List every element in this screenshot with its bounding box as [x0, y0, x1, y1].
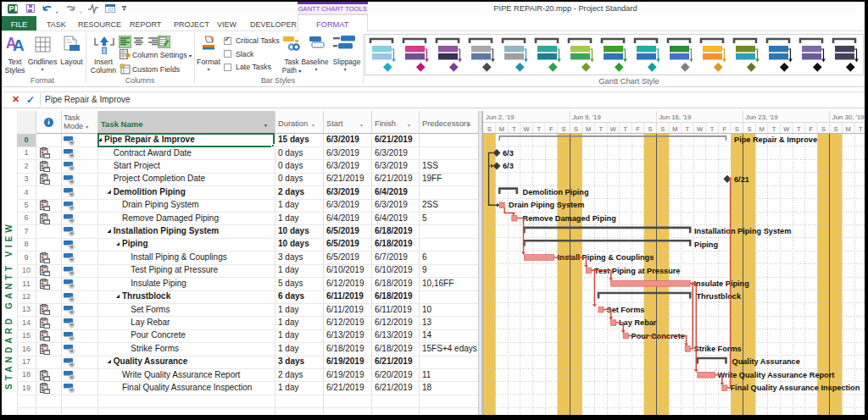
svg-text:M: M: [672, 125, 677, 133]
svg-text:Remove Damaged Piping: Remove Damaged Piping: [523, 214, 616, 223]
svg-text:Piping: Piping: [694, 240, 718, 249]
svg-text:T: T: [624, 125, 628, 133]
svg-text:T: T: [710, 125, 715, 133]
svg-text:Installation Piping System: Installation Piping System: [694, 227, 791, 235]
svg-text:S: S: [574, 125, 578, 133]
svg-text:W: W: [610, 125, 617, 133]
svg-text:T: T: [598, 125, 603, 133]
svg-text:T: T: [686, 125, 690, 133]
svg-text:Demolition Piping: Demolition Piping: [523, 188, 589, 196]
svg-text:M: M: [586, 125, 591, 133]
svg-text:W: W: [783, 125, 790, 133]
svg-text:M: M: [759, 125, 764, 133]
svg-text:6/3: 6/3: [503, 162, 514, 170]
svg-text:W: W: [524, 125, 531, 133]
svg-text:6/3: 6/3: [503, 149, 514, 158]
svg-text:T: T: [537, 125, 541, 133]
svg-text:Set Forms: Set Forms: [607, 306, 645, 314]
svg-text:S: S: [561, 125, 565, 133]
svg-text:M: M: [846, 125, 851, 133]
svg-text:Insulate Piping: Insulate Piping: [694, 279, 749, 288]
svg-text:S: S: [648, 125, 653, 133]
svg-text:S: S: [735, 125, 739, 133]
svg-text:Drain Piping System: Drain Piping System: [509, 201, 584, 209]
svg-text:M: M: [499, 125, 504, 133]
svg-text:Jun 30, '19: Jun 30, '19: [832, 113, 865, 121]
svg-text:F: F: [722, 125, 726, 133]
svg-text:6/21: 6/21: [734, 175, 749, 184]
svg-text:Strike Forms: Strike Forms: [694, 345, 742, 353]
svg-text:Pipe Repair & Improve: Pipe Repair & Improve: [734, 135, 817, 144]
svg-text:S: S: [747, 125, 751, 133]
svg-text:Lay Rebar: Lay Rebar: [619, 318, 657, 327]
svg-text:F: F: [549, 125, 554, 133]
svg-text:S: S: [660, 125, 665, 133]
svg-text:T: T: [797, 125, 801, 133]
svg-text:Write Quality Assurance Report: Write Quality Assurance Report: [718, 371, 835, 379]
svg-text:Jun 16, '19: Jun 16, '19: [659, 113, 691, 121]
svg-text:T: T: [772, 125, 776, 133]
svg-text:Final Quality Assurance Inspec: Final Quality Assurance Inspection: [731, 384, 860, 392]
svg-text:F: F: [636, 125, 640, 133]
svg-text:S: S: [821, 125, 826, 133]
svg-text:Thrustblock: Thrustblock: [697, 292, 742, 301]
svg-text:T: T: [512, 125, 516, 133]
svg-text:Jun 9, '19: Jun 9, '19: [572, 113, 601, 121]
svg-text:W: W: [697, 125, 704, 133]
svg-text:S: S: [834, 125, 838, 133]
svg-text:T: T: [859, 125, 863, 133]
svg-text:F: F: [810, 125, 814, 133]
svg-text:Quality Assurance: Quality Assurance: [732, 357, 800, 366]
svg-text:Jun 23, '19: Jun 23, '19: [746, 113, 778, 121]
svg-text:S: S: [487, 125, 492, 133]
svg-text:Jun 2, '19: Jun 2, '19: [486, 113, 515, 121]
